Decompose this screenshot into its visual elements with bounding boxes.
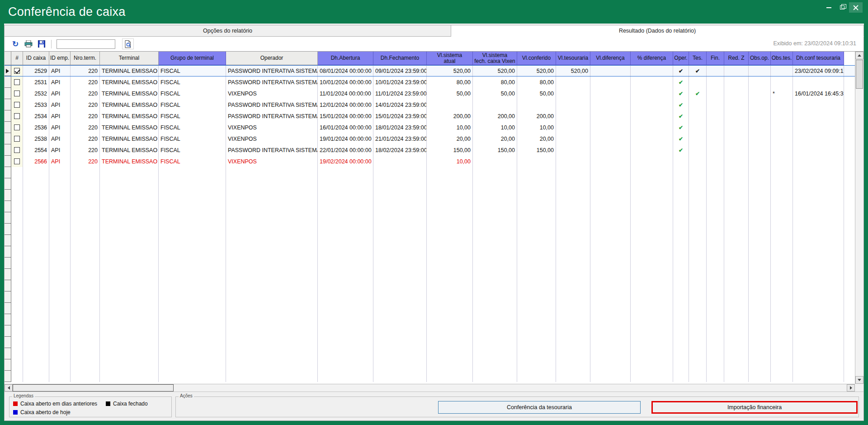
empty-cell	[100, 258, 159, 269]
table-row[interactable]: 2554API220TERMINAL EMISSAO NFC VIFISCALP…	[5, 144, 855, 156]
table-row[interactable]: 2532API220TERMINAL EMISSAO NFC VIFISCALV…	[5, 88, 855, 99]
column-header-vl_diferenca[interactable]: Vl.diferença	[590, 52, 631, 65]
cell-grupo_terminal: FISCAL	[159, 66, 226, 76]
horizontal-scrollbar[interactable]	[5, 384, 855, 392]
save-button[interactable]	[37, 39, 46, 48]
column-header-terminal[interactable]: Terminal	[100, 52, 159, 65]
table-row[interactable]: 2566API220TERMINAL EMISSAO NFC VIFISCALV…	[5, 156, 855, 167]
filter-input[interactable]	[57, 39, 115, 49]
importacao-financeira-button[interactable]: Importação financeira	[651, 401, 858, 414]
row-checkbox[interactable]	[14, 136, 20, 142]
cell-id_caixa: 2538	[23, 133, 49, 144]
empty-cell	[749, 348, 771, 359]
cell-pct_diferenca	[631, 144, 673, 156]
table-row[interactable]: 2534API220TERMINAL EMISSAO NFC VIFISCALP…	[5, 110, 855, 122]
column-header-dh_fechamento[interactable]: Dh.Fechamento	[373, 52, 427, 65]
preview-button[interactable]	[122, 38, 134, 49]
cell-pct_diferenca	[631, 88, 673, 99]
conferencia-da-tesouraria-button[interactable]: Conferência da tesouraria	[438, 401, 641, 414]
cell-red_z	[724, 110, 749, 122]
column-header-check[interactable]: #	[11, 52, 23, 65]
table-row[interactable]: 2538API220TERMINAL EMISSAO NFC VIFISCALV…	[5, 133, 855, 144]
table-row[interactable]: 2531API220TERMINAL EMISSAO NFC VIFISCALP…	[5, 76, 855, 88]
column-header-pct_diferenca[interactable]: % diferença	[631, 52, 673, 65]
cell-vl_conferido: 10,00	[517, 122, 556, 133]
horizontal-scrollbar-thumb[interactable]	[13, 384, 174, 392]
cell-tes	[689, 122, 707, 133]
empty-cell	[373, 348, 427, 359]
legend-item: Caixa aberto de hoje	[13, 408, 106, 416]
column-header-operador[interactable]: Operador	[226, 52, 318, 65]
refresh-button[interactable]: ↻	[11, 39, 20, 48]
tab-opcoes-do-relatorio[interactable]: Opções do relatório	[4, 25, 451, 37]
cell-vl_sistema_fech: 520,00	[473, 66, 517, 76]
column-header-id_emp[interactable]: ID emp.	[49, 52, 71, 65]
tab-resultado-dados-do-relatorio[interactable]: Resultado (Dados do relatório)	[451, 25, 864, 37]
empty-cell	[100, 167, 159, 178]
minimize-button[interactable]	[822, 2, 835, 13]
row-checkbox[interactable]	[14, 91, 20, 96]
row-checkbox[interactable]	[14, 79, 20, 85]
empty-cell	[49, 201, 71, 212]
cell-vl_sistema_atual: 150,00	[427, 144, 473, 156]
scroll-up-button[interactable]	[855, 52, 863, 59]
row-checkbox[interactable]	[14, 113, 20, 119]
empty-cell	[23, 178, 49, 190]
table-row[interactable]: 2536API220TERMINAL EMISSAO NFC VIFISCALV…	[5, 122, 855, 133]
column-header-dh_abertura[interactable]: Dh.Abertura	[318, 52, 373, 65]
cell-obs_tes	[771, 99, 793, 110]
column-header-id_caixa[interactable]: ID caixa	[23, 52, 49, 65]
scroll-left-button[interactable]	[5, 384, 13, 392]
restore-button[interactable]	[835, 2, 849, 13]
row-checkbox[interactable]	[14, 147, 20, 153]
cell-terminal: TERMINAL EMISSAO NFC VI	[100, 99, 159, 110]
scroll-down-button[interactable]	[855, 376, 863, 384]
empty-cell	[749, 258, 771, 269]
table-row[interactable]: 2533API220TERMINAL EMISSAO NFC VIFISCALP…	[5, 99, 855, 110]
column-header-fin[interactable]: Fin.	[707, 52, 724, 65]
empty-cell	[473, 190, 517, 201]
empty-cell	[793, 337, 844, 348]
column-header-vl_conferido[interactable]: Vl.conferido	[517, 52, 556, 65]
vertical-scrollbar[interactable]	[855, 52, 863, 384]
column-header-dh_conf_tesouraria[interactable]: Dh.conf tesouraria	[793, 52, 844, 65]
check-icon: ✔	[695, 91, 700, 96]
empty-cell	[771, 269, 793, 280]
cell-oper: ✔	[673, 76, 689, 88]
column-header-grupo_terminal[interactable]: Grupo de terminal	[159, 52, 226, 65]
cell-tes	[689, 133, 707, 144]
column-header-vl_tesouraria[interactable]: Vl.tesouraria	[556, 52, 590, 65]
row-checkbox[interactable]	[14, 68, 20, 74]
cell-vl_sistema_atual: 10,00	[427, 156, 473, 167]
vertical-scrollbar-thumb[interactable]	[856, 60, 863, 89]
row-checkbox[interactable]	[14, 124, 20, 130]
cell-oper: ✔	[673, 144, 689, 156]
cell-fin	[707, 133, 724, 144]
cell-check	[11, 144, 23, 156]
empty-cell	[100, 291, 159, 303]
empty-cell	[373, 246, 427, 258]
column-header-obs_tes[interactable]: Obs.tes.	[771, 52, 793, 65]
cell-vl_tesouraria	[556, 99, 590, 110]
horizontal-scrollbar-track[interactable]	[174, 384, 847, 392]
column-header-tes[interactable]: Tes.	[689, 52, 707, 65]
print-button[interactable]	[24, 39, 33, 48]
column-header-nro_term[interactable]: Nro.term.	[71, 52, 100, 65]
cell-nro_term: 220	[71, 76, 100, 88]
scroll-right-button[interactable]	[847, 384, 855, 392]
row-checkbox[interactable]	[14, 102, 20, 108]
empty-cell	[631, 359, 673, 371]
legend-color-swatch	[13, 410, 18, 415]
column-header-vl_sistema_fech[interactable]: Vl.sistema fech. caixa Vixen	[473, 52, 517, 65]
table-row[interactable]: 2529API220TERMINAL EMISSAO NFC VIFISCALP…	[5, 65, 855, 76]
empty-cell	[673, 190, 689, 201]
close-button[interactable]	[849, 2, 863, 13]
column-header-oper[interactable]: Oper.	[673, 52, 689, 65]
column-header-vl_sistema_atual[interactable]: Vl.sistema atual	[427, 52, 473, 65]
column-header-red_z[interactable]: Red. Z	[724, 52, 749, 65]
row-indicator	[5, 314, 11, 325]
column-header-obs_op[interactable]: Obs.op.	[749, 52, 771, 65]
row-indicator	[5, 201, 11, 212]
row-checkbox[interactable]	[14, 158, 20, 164]
legend-item-label: Caixa aberto de hoje	[20, 409, 71, 415]
